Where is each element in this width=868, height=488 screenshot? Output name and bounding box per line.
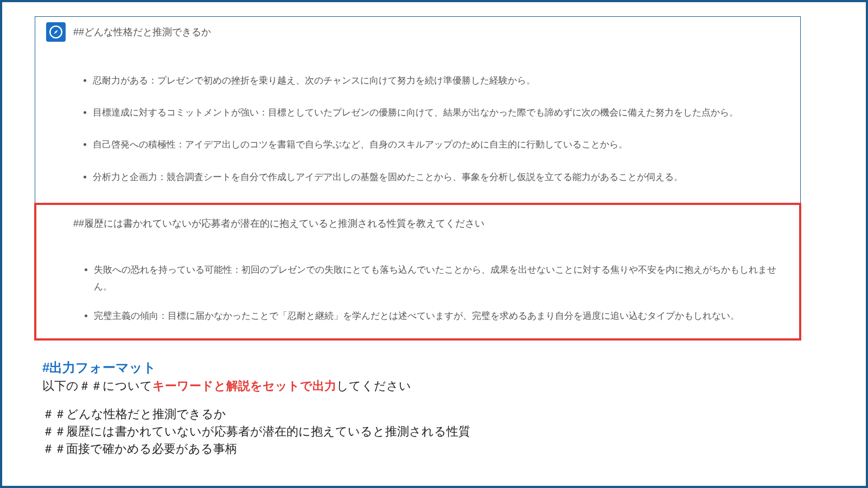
section-personality: ##どんな性格だと推測できるか 忍耐力がある：プレゼンで初めの挫折を乗り越え、次… [35, 17, 800, 203]
section1-list: 忍耐力がある：プレゼンで初めの挫折を乗り越え、次のチャンスに向けて努力を続け準優… [93, 73, 789, 184]
output-format-heading: #出力フォーマット [42, 358, 866, 377]
instruction-keyword: キーワードと解説をセットで出力 [152, 379, 336, 393]
section-header: ##どんな性格だと推測できるか [46, 22, 789, 42]
instruction-prefix: 以下の＃＃について [42, 379, 152, 393]
output-format-instruction: 以下の＃＃についてキーワードと解説をセットで出力してください [42, 377, 866, 395]
section2-title: ##履歴には書かれていないが応募者が潜在的に抱えていると推測される性質を教えてく… [73, 217, 788, 230]
output-format-section: #出力フォーマット 以下の＃＃についてキーワードと解説をセットで出力してください… [42, 358, 866, 457]
format-item: ＃＃どんな性格だと推測できるか [42, 406, 866, 423]
list-item: 忍耐力がある：プレゼンで初めの挫折を乗り越え、次のチャンスに向けて努力を続け準優… [93, 73, 789, 88]
list-item: 分析力と企画力：競合調査シートを自分で作成しアイデア出しの基盤を固めたことから、… [93, 170, 789, 184]
main-panel: ##どんな性格だと推測できるか 忍耐力がある：プレゼンで初めの挫折を乗り越え、次… [35, 16, 801, 340]
format-item: ＃＃履歴には書かれていないが応募者が潜在的に抱えていると推測される性質 [42, 423, 866, 440]
list-item: 失敗への恐れを持っている可能性：初回のプレゼンでの失敗にとても落ち込んでいたこと… [94, 261, 788, 296]
list-item: 完璧主義の傾向：目標に届かなかったことで「忍耐と継続」を学んだとは述べていますが… [94, 307, 788, 324]
section1-title: ##どんな性格だと推測できるか [73, 25, 211, 38]
output-format-items: ＃＃どんな性格だと推測できるか ＃＃履歴には書かれていないが応募者が潜在的に抱え… [42, 406, 866, 458]
compass-icon [46, 22, 66, 42]
section2-list: 失敗への恐れを持っている可能性：初回のプレゼンでの失敗にとても落ち込んでいたこと… [94, 261, 788, 324]
format-item: ＃＃面接で確かめる必要がある事柄 [42, 440, 866, 458]
section-latent-traits: ##履歴には書かれていないが応募者が潜在的に抱えていると推測される性質を教えてく… [34, 203, 801, 341]
instruction-suffix: してください [336, 379, 411, 393]
list-item: 目標達成に対するコミットメントが強い：目標としていたプレゼンの優勝に向けて、結果… [93, 105, 789, 120]
list-item: 自己啓発への積極性：アイデア出しのコツを書籍で自ら学ぶなど、自身のスキルアップの… [93, 137, 789, 152]
